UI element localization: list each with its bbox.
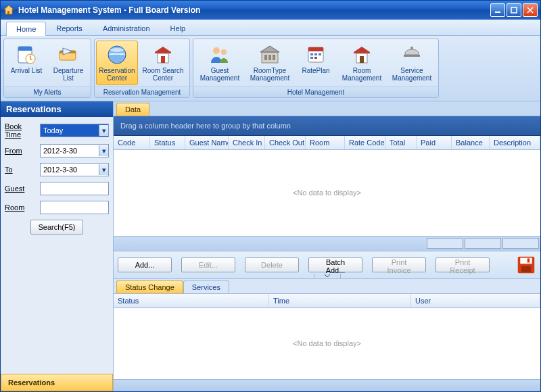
menubar: Home Reports Administration Help [1, 20, 540, 36]
sidebar-footer[interactable]: Reservations [1, 374, 113, 391]
filter-form: Book Time Today▾ From 2012-3-30▾ To 2012… [1, 117, 113, 239]
col-balance[interactable]: Balance [452, 136, 490, 149]
sidebar-title: Reservations [1, 101, 113, 117]
main-area: Data Drag a column header here to group … [114, 101, 540, 391]
col-check-out[interactable]: Check Out [265, 136, 306, 149]
print-receipt-button[interactable]: Print Receipt [436, 258, 490, 272]
svg-rect-23 [310, 57, 313, 59]
col-code[interactable]: Code [114, 136, 150, 149]
ribbon-guest-management[interactable]: Guest Management [195, 41, 245, 85]
chevron-down-icon: ▾ [99, 125, 108, 136]
svg-rect-20 [310, 53, 313, 55]
svg-rect-0 [7, 11, 9, 14]
menu-tab-home[interactable]: Home [6, 22, 46, 36]
svg-rect-17 [273, 55, 275, 60]
sidebar: Reservations Book Time Today▾ From 2012-… [1, 101, 114, 391]
tab-status-change[interactable]: Status Change [116, 280, 183, 293]
summary-cell [465, 238, 501, 249]
ribbon-roomtype-management[interactable]: RoomType Management [245, 41, 295, 85]
departure-icon [57, 44, 79, 66]
window-title: Hotel Management System - Full Board Ver… [18, 5, 490, 15]
col-rate-code[interactable]: Rate Code [345, 136, 385, 149]
home-icon [3, 5, 14, 16]
book-time-combo[interactable]: Today▾ [40, 124, 109, 137]
subcol-time[interactable]: Time [269, 294, 411, 308]
main-tabstrip: Data [114, 101, 540, 116]
titlebar: Hotel Management System - Full Board Ver… [1, 1, 540, 20]
to-label: To [5, 166, 37, 174]
subcol-status[interactable]: Status [114, 294, 269, 308]
summary-row [114, 236, 540, 251]
ribbon-room-management[interactable]: Room Management [337, 41, 387, 85]
svg-rect-11 [161, 56, 165, 63]
svg-rect-22 [319, 53, 321, 55]
ribbon-departure-list[interactable]: Departure List [47, 41, 89, 85]
ribbon-caption-reservation: Reservation Management [95, 87, 189, 97]
batch-add-button[interactable]: Batch Add... [308, 258, 362, 272]
col-check-in[interactable]: Check In [229, 136, 265, 149]
svg-point-12 [213, 47, 220, 54]
tab-services[interactable]: Services [183, 280, 229, 293]
tab-data[interactable]: Data [116, 103, 149, 116]
room-label: Room [5, 203, 37, 212]
svg-rect-30 [520, 258, 532, 264]
svg-point-28 [410, 47, 413, 49]
room-input[interactable] [40, 201, 109, 214]
roomsearch-icon [152, 44, 174, 66]
edit-button[interactable]: Edit... [181, 258, 235, 272]
minimize-button[interactable] [490, 3, 505, 17]
menu-tab-reports[interactable]: Reports [46, 21, 93, 35]
col-paid[interactable]: Paid [417, 136, 452, 149]
svg-rect-4 [18, 47, 32, 51]
summary-cell [502, 238, 539, 249]
ribbon-service-management[interactable]: Service Management [387, 41, 437, 85]
subgrid-empty: <No data to display> [114, 308, 540, 380]
subcol-user[interactable]: User [411, 294, 540, 308]
col-total[interactable]: Total [385, 136, 417, 149]
svg-rect-15 [264, 55, 267, 60]
rateplan-icon [305, 44, 327, 66]
reservation-icon [106, 44, 128, 66]
ribbon: Arrival List Departure List My Alerts Re… [1, 36, 540, 101]
ribbon-arrival-list[interactable]: Arrival List [5, 41, 47, 85]
col-description[interactable]: Description [490, 136, 540, 149]
content: Reservations Book Time Today▾ From 2012-… [1, 101, 540, 391]
arrival-icon [16, 44, 37, 66]
ribbon-room-search-center[interactable]: Room Search Center [138, 41, 188, 85]
col-status[interactable]: Status [150, 136, 185, 149]
menu-tab-help[interactable]: Help [160, 21, 196, 35]
window-buttons [490, 3, 538, 17]
guest-input[interactable] [40, 182, 109, 195]
add-button[interactable]: Add... [118, 258, 172, 272]
chevron-down-icon: ▾ [99, 145, 108, 156]
print-invoice-button[interactable]: Print Invoice [372, 258, 426, 272]
svg-rect-26 [360, 56, 364, 63]
ribbon-caption-hotel: Hotel Management [193, 87, 438, 97]
service-icon [401, 44, 423, 66]
save-icon[interactable] [516, 255, 536, 274]
roomtype-icon [259, 44, 281, 66]
search-button[interactable]: Search(F5) [30, 220, 83, 235]
maximize-button[interactable] [507, 3, 521, 17]
ribbon-group-reservation: Reservation Center Room Search Center Re… [94, 39, 190, 98]
ribbon-rateplan[interactable]: RatePlan [295, 41, 337, 85]
svg-rect-2 [511, 7, 517, 13]
room-icon [351, 44, 373, 66]
ribbon-caption-alerts: My Alerts [4, 87, 91, 97]
to-date-combo[interactable]: 2012-3-30▾ [40, 163, 109, 176]
from-date-combo[interactable]: 2012-3-30▾ [40, 144, 109, 157]
grid-empty: <No data to display> [114, 150, 540, 236]
expander-handle[interactable] [314, 274, 341, 279]
delete-button[interactable]: Delete [245, 258, 299, 272]
group-by-hint[interactable]: Drag a column header here to group by th… [114, 116, 540, 136]
guest-label: Guest [5, 185, 37, 193]
menu-tab-administration[interactable]: Administration [93, 21, 160, 35]
close-button[interactable] [523, 3, 538, 17]
col-room[interactable]: Room [306, 136, 345, 149]
svg-rect-19 [308, 47, 323, 51]
svg-rect-1 [495, 11, 500, 13]
bottom-strip [114, 379, 540, 391]
col-guest-name[interactable]: Guest Name [185, 136, 229, 149]
ribbon-reservation-center[interactable]: Reservation Center [96, 41, 138, 85]
ribbon-group-hotel: Guest Management RoomType Management Rat… [193, 39, 439, 98]
